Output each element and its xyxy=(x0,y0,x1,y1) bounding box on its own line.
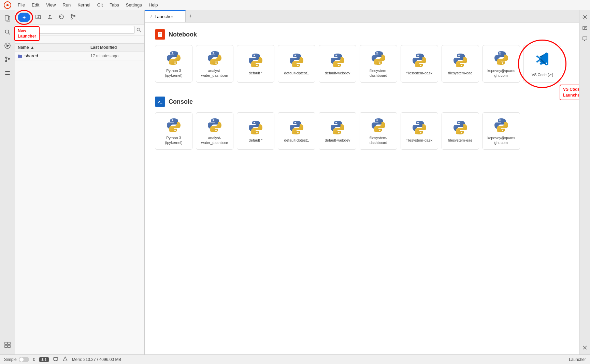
svg-point-56 xyxy=(458,122,460,123)
console-kernel-fs-dask-name: filesystem-dask xyxy=(406,138,432,143)
vscode-card-wrapper: VS Code [↗] VS CodeLauncher xyxy=(523,45,561,83)
search-icon xyxy=(136,27,142,33)
svg-rect-61 xyxy=(583,26,587,30)
activity-files[interactable] xyxy=(2,13,13,24)
svg-point-47 xyxy=(256,132,258,133)
menu-edit[interactable]: Edit xyxy=(28,1,43,9)
console-kernel-dptest1[interactable]: default-dptest1 xyxy=(278,112,315,150)
menu-settings[interactable]: Settings xyxy=(123,1,145,9)
terminals-badge[interactable]: $ 1 xyxy=(39,357,48,362)
new-launcher-tooltip: NewLauncher xyxy=(14,26,40,41)
menu-help[interactable]: Help xyxy=(145,1,161,9)
svg-point-45 xyxy=(215,130,217,131)
file-name-shared: shared xyxy=(18,53,90,58)
console-python-icon-6 xyxy=(370,117,387,133)
svg-point-38 xyxy=(458,55,460,56)
sidebar-toolbar: + NewLauncher xyxy=(15,10,144,25)
console-kernel-default[interactable]: default * xyxy=(237,112,274,150)
column-name-header: Name ▲ xyxy=(18,45,90,50)
console-python-icon-7 xyxy=(411,119,428,136)
simple-label: Simple xyxy=(4,357,17,362)
new-launcher-button[interactable]: + xyxy=(18,13,30,22)
tab-launcher[interactable]: ↗ Launcher xyxy=(145,10,186,22)
right-panel-chat-icon[interactable] xyxy=(581,35,589,43)
launcher-content: Notebook xyxy=(145,23,579,354)
gpu-icon-btn[interactable] xyxy=(53,356,58,363)
git-status-icon[interactable] xyxy=(62,356,68,363)
content-area: ↗ Launcher + Notebook xyxy=(145,10,579,354)
menu-git[interactable]: Git xyxy=(94,1,106,9)
notebook-kernel-fs-dask[interactable]: filesystem-dask xyxy=(401,45,438,83)
menu-file[interactable]: File xyxy=(14,1,28,9)
refresh-button[interactable] xyxy=(56,12,67,22)
notebook-kernel-fs-dashboard-name: filesystem-dashboard xyxy=(370,68,388,78)
notebook-kernel-default[interactable]: default * xyxy=(237,45,274,83)
console-kernel-webdev[interactable]: default-webdev xyxy=(319,112,356,150)
console-kernel-analyst[interactable]: analyst-water_dashboar xyxy=(196,112,233,150)
toggle-thumb xyxy=(19,358,24,362)
file-row-shared[interactable]: shared 17 minutes ago xyxy=(15,52,144,60)
console-python-icon-1 xyxy=(166,117,182,133)
svg-rect-12 xyxy=(5,342,7,345)
console-kernel-fs-dashboard[interactable]: filesystem-dashboard xyxy=(360,112,397,150)
svg-rect-23 xyxy=(159,33,161,33)
notebook-kernel-default-name: default * xyxy=(249,71,262,75)
svg-point-43 xyxy=(174,130,176,131)
svg-point-52 xyxy=(376,119,378,121)
svg-point-37 xyxy=(420,65,421,66)
plus-icon: + xyxy=(23,14,26,20)
tab-bar: ↗ Launcher + xyxy=(145,10,579,23)
svg-point-28 xyxy=(254,55,255,56)
console-kernel-fs-dask[interactable]: filesystem-dask xyxy=(401,112,438,150)
activity-git[interactable] xyxy=(2,54,13,65)
git-button[interactable] xyxy=(68,12,78,22)
right-panel-settings-icon[interactable] xyxy=(581,13,589,21)
new-tab-button[interactable]: + xyxy=(186,11,195,21)
console-kernel-fs-eae[interactable]: filesystem-eae xyxy=(442,112,479,150)
notebook-kernel-vscode[interactable]: VS Code [↗] xyxy=(523,45,561,83)
menu-run[interactable]: Run xyxy=(59,1,74,9)
activity-search[interactable] xyxy=(2,27,13,38)
svg-point-39 xyxy=(461,65,462,66)
menu-kernel[interactable]: Kernel xyxy=(74,1,94,9)
notebook-section-header: Notebook xyxy=(155,29,569,40)
upload-button[interactable] xyxy=(45,12,55,22)
notebook-kernel-analyst[interactable]: analyst-water_dashboar xyxy=(196,45,233,83)
python-logo-icon-2 xyxy=(206,50,223,66)
kernels-count: 0 xyxy=(33,357,35,362)
simple-mode-toggle[interactable]: Simple xyxy=(4,357,29,362)
console-kernel-python3[interactable]: Python 3(ipykernel) xyxy=(155,112,192,150)
right-panel-close-icon[interactable] xyxy=(581,344,589,352)
console-kernel-analyst-name: analyst-water_dashboar xyxy=(201,135,228,145)
svg-point-41 xyxy=(502,62,503,64)
tab-launcher-label: Launcher xyxy=(155,14,173,19)
notebook-kernel-fs-eae[interactable]: filesystem-eae xyxy=(442,45,479,83)
menu-view[interactable]: View xyxy=(43,1,59,9)
svg-point-49 xyxy=(297,132,299,133)
svg-point-29 xyxy=(256,65,258,66)
new-folder-button[interactable] xyxy=(33,12,43,22)
right-panel-properties-icon[interactable] xyxy=(581,24,589,32)
notebook-kernel-python3[interactable]: Python 3(ipykernel) xyxy=(155,45,192,83)
menubar: File Edit View Run Kernel Git Tabs Setti… xyxy=(0,0,590,10)
activity-list[interactable] xyxy=(2,68,13,78)
python-logo-icon-5 xyxy=(329,52,346,69)
notebook-kernel-dptest1[interactable]: default-dptest1 xyxy=(278,45,315,83)
console-kernel-kcpevey[interactable]: kcpevey@quansight.com- xyxy=(483,112,520,150)
activity-extensions[interactable] xyxy=(2,339,13,350)
toggle-track[interactable] xyxy=(19,357,29,362)
activity-run[interactable] xyxy=(2,40,13,51)
menu-tabs[interactable]: Tabs xyxy=(106,1,122,9)
svg-point-55 xyxy=(420,132,421,133)
vscode-logo-icon xyxy=(534,50,550,70)
svg-line-22 xyxy=(140,31,141,32)
notebook-kernel-fs-dashboard[interactable]: filesystem-dashboard xyxy=(360,45,397,83)
notebook-kernel-fs-eae-name: filesystem-eae xyxy=(448,71,473,75)
app-logo xyxy=(3,0,12,10)
svg-point-59 xyxy=(502,130,503,131)
notebook-kernel-kcpevey[interactable]: kcpevey@quansight.com- xyxy=(483,45,520,83)
notebook-kernel-webdev[interactable]: default-webdev xyxy=(319,45,356,83)
console-kernel-dptest1-name: default-dptest1 xyxy=(284,138,309,143)
right-panel xyxy=(579,10,590,354)
svg-rect-14 xyxy=(5,345,7,348)
